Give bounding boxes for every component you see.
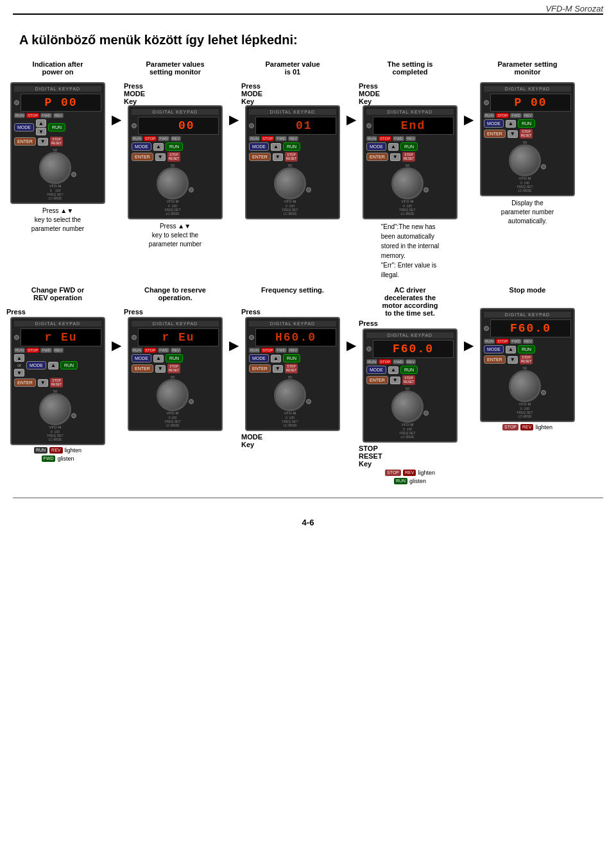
page-header: VFD-M Sorozat — [0, 0, 616, 13]
display-5: P 00 — [490, 94, 571, 112]
col5-label: Parameter settingmonitor — [498, 60, 558, 80]
bot-col1-label: Change FWD orREV operation — [31, 286, 85, 305]
keypad-b4: DIGITAL KEYPAD F60.0 RUN STOP FWD REV MO… — [363, 328, 458, 443]
bottom-flow-row: Change FWD orREV operation Press DIGITAL… — [0, 286, 616, 491]
press-mode-3: PressMODEKey — [241, 82, 262, 105]
fwd-ind: FWD — [40, 113, 52, 118]
stopreset-key-b4: STOPRESETKey — [359, 445, 382, 468]
arrow-b4: ▶ — [463, 337, 475, 353]
col1-label: Indication afterpower on — [33, 60, 83, 80]
col3-label: Parameter valueis 01 — [266, 60, 320, 80]
dial-b5 — [509, 370, 541, 402]
arrow-2: ▶ — [228, 112, 240, 127]
top-col-2: Parameter valuessetting monitor PressMOD… — [124, 60, 227, 249]
up-btn-1[interactable]: ▲ — [36, 119, 46, 127]
press-b2: Press — [124, 308, 143, 316]
display-1: P 00 — [21, 94, 101, 112]
display-b2: r Eu — [138, 328, 219, 346]
main-title: A különböző menük között így lehet lépke… — [0, 21, 616, 54]
led-dot-2 — [132, 123, 137, 128]
keypad-b2: DIGITAL KEYPAD r Eu RUN STOP FWD REV MOD… — [128, 317, 223, 431]
dial-5 — [509, 144, 541, 176]
dial-4 — [391, 167, 424, 200]
col2-label: Parameter valuessetting monitor — [146, 60, 204, 80]
top-col-3: Parameter valueis 01 PressMODEKey DIGITA… — [241, 60, 344, 219]
top-flow-row: Indication afterpower on DIGITAL KEYPAD … — [0, 54, 616, 280]
led-dot-1 — [14, 100, 19, 105]
keypad-b5: DIGITAL KEYPAD F60.0 RUN STOP FWD REV MO… — [480, 308, 575, 422]
top-divider — [13, 13, 603, 15]
display-b4: F60.0 — [373, 340, 454, 358]
bot-col-4: AC driverdecelerates themotor accordingt… — [359, 286, 461, 484]
dial-3 — [274, 167, 306, 200]
sub-text-2: Press ▲▼key to select theparameter numbe… — [149, 222, 201, 249]
display-3: 01 — [255, 117, 336, 135]
dial-b2 — [157, 379, 189, 411]
badges-b1: RUN REV lighten — [34, 447, 81, 454]
page-footer: 4-6 — [0, 505, 616, 540]
badges-b5: STOP REV lighten — [502, 424, 552, 430]
display-b3: H60.0 — [255, 328, 336, 346]
press-b4: Press — [359, 319, 378, 327]
up-b1[interactable]: ▲ — [14, 354, 24, 362]
enter-btn-1[interactable]: ENTER — [14, 137, 36, 146]
keypad-4: DIGITAL KEYPAD End RUN STOP FWD REV MODE… — [363, 105, 458, 219]
keypad-5: DIGITAL KEYPAD P 00 RUN STOP FWD REV MOD… — [480, 82, 575, 196]
press-mode-4: PressMODEKey — [359, 82, 380, 105]
display-4: End — [373, 117, 454, 135]
bot-col2-label: Change to reserveoperation. — [144, 286, 206, 305]
dn-b1[interactable]: ▼ — [14, 369, 24, 377]
keypad-2: DIGITAL KEYPAD 00 RUN STOP FWD REV MODE … — [128, 105, 223, 219]
dial-b4 — [391, 391, 424, 423]
rev-ind: REV — [53, 113, 64, 118]
display-2: 00 — [138, 117, 219, 135]
bot-col-1: Change FWD orREV operation Press DIGITAL… — [6, 286, 109, 462]
mode-btn-1[interactable]: MODE — [14, 123, 34, 132]
bot-col-5: Stop mode DIGITAL KEYPAD F60.0 RUN STOP … — [476, 286, 579, 430]
press-b1: Press — [6, 308, 26, 316]
bot-col5-label: Stop mode — [509, 286, 546, 305]
arrow-1: ▶ — [110, 112, 123, 127]
badges-b4: STOP REV lighten — [385, 470, 435, 476]
keypad-b3: DIGITAL KEYPAD H60.0 RUN STOP FWD REV MO… — [245, 317, 340, 431]
arrow-b1: ▶ — [110, 337, 123, 353]
run-ind: RUN — [14, 113, 25, 118]
display-b5: F60.0 — [490, 319, 571, 337]
indicator-circle-1 — [71, 172, 76, 177]
bot-col-3: Frequency setting. Press DIGITAL KEYPAD … — [241, 286, 344, 448]
top-col-1: Indication afterpower on DIGITAL KEYPAD … — [6, 60, 109, 233]
sub-text-1: Press ▲▼key to select theparameter numbe… — [31, 207, 84, 233]
dial-1 — [39, 152, 71, 184]
arrow-b2: ▶ — [228, 337, 240, 353]
mode-key-b3: MODEKey — [241, 433, 262, 448]
col4-label: The setting iscompleted — [388, 60, 433, 80]
press-mode-2: PressMODEKey — [124, 82, 145, 105]
bot-col4-label: AC driverdecelerates themotor accordingt… — [382, 286, 438, 317]
sub-text-5: Display theparameter numberautomatically… — [501, 199, 554, 226]
dn-btn-1b[interactable]: ▼ — [38, 138, 48, 146]
run-btn-1[interactable]: RUN — [48, 123, 65, 132]
stop-reset-btn-1[interactable]: STOPRESET — [50, 137, 64, 146]
arrow-3: ▶ — [345, 112, 357, 127]
dial-b1 — [39, 393, 71, 425]
top-col-5: Parameter settingmonitor DIGITAL KEYPAD … — [476, 60, 579, 226]
bot-col3-label: Frequency setting. — [261, 286, 324, 305]
arrow-4: ▶ — [463, 112, 475, 127]
keypad-b1: DIGITAL KEYPAD r Eu RUN STOP FWD REV ▲ o… — [10, 317, 105, 445]
note-text-4: "End":The new hasbeen automaticallystore… — [381, 222, 440, 280]
dial-2 — [157, 167, 189, 200]
header-title: VFD-M Sorozat — [545, 4, 603, 13]
stop-ind: STOP — [26, 113, 39, 118]
mode-btn-2[interactable]: MODE — [132, 142, 151, 151]
dn-btn-1[interactable]: ▼ — [36, 128, 46, 135]
press-b3: Press — [241, 308, 261, 316]
top-col-4: The setting iscompleted PressMODEKey DIG… — [359, 60, 461, 280]
keypad-3: DIGITAL KEYPAD 01 RUN STOP FWD REV MODE … — [245, 105, 340, 219]
dial-b3 — [274, 379, 306, 411]
bot-col-2: Change to reserveoperation. Press DIGITA… — [124, 286, 227, 431]
arrow-b3: ▶ — [345, 337, 357, 353]
bottom-divider — [13, 497, 603, 498]
keypad-1: DIGITAL KEYPAD P 00 RUN STOP FWD REV MOD… — [10, 82, 105, 204]
display-b1: r Eu — [21, 328, 101, 346]
